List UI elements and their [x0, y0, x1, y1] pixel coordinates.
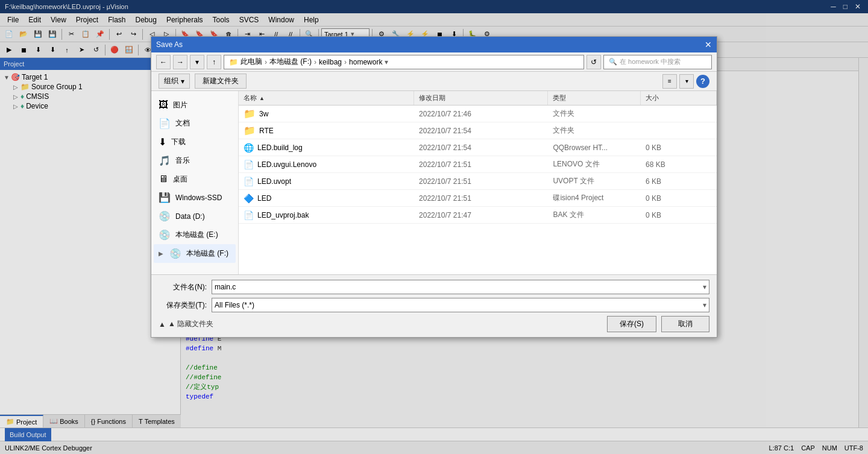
save-dialog-btn[interactable]: 保存(S) [607, 316, 656, 332]
file-row-rte[interactable]: 📁 RTE 2022/10/7 21:54 文件夹 [239, 122, 717, 139]
folder-icon: 📁 [244, 125, 256, 136]
nav-forward-btn[interactable]: → [173, 55, 187, 69]
sidebar-documents[interactable]: 📄 文档 [154, 114, 236, 133]
local-e-icon: 💿 [159, 229, 171, 241]
folder-icon: 📁 [244, 108, 256, 119]
sidebar-local-f[interactable]: ▶ 💿 本地磁盘 (F:) [154, 244, 236, 263]
nav-recent-btn[interactable]: ▾ [190, 55, 204, 69]
breadcrumb-bar: 📁 此电脑 › 本地磁盘 (F:) › keilbag › homework ▾ [224, 55, 584, 69]
sidebar-music[interactable]: 🎵 音乐 [154, 151, 236, 170]
filetype-label: 保存类型(T): [159, 300, 207, 311]
dialog-organize-toolbar: 组织 ▾ 新建文件夹 ≡ ▾ ? [151, 72, 717, 91]
local-f-icon: 💿 [169, 248, 181, 259]
music-icon: 🎵 [159, 155, 171, 166]
filename-row: 文件名(N): main.c ▾ [159, 280, 709, 294]
col-name[interactable]: 名称 ▲ [239, 91, 414, 105]
filename-input[interactable]: main.c ▾ [212, 280, 709, 294]
sidebar-pictures[interactable]: 🖼 图片 [154, 96, 236, 114]
documents-icon: 📄 [159, 118, 171, 129]
pictures-icon: 🖼 [159, 99, 168, 110]
filelist-header: 名称 ▲ 修改日期 类型 大小 [239, 91, 717, 106]
dialog-close-btn[interactable]: ✕ [705, 40, 712, 49]
file-row-led-build-log[interactable]: 🌐 LED.build_log 2022/10/7 21:54 QQBrowse… [239, 139, 717, 156]
sidebar-desktop[interactable]: 🖥 桌面 [154, 170, 236, 188]
desktop-icon: 🖥 [159, 174, 168, 184]
view-list-btn[interactable]: ≡ [662, 74, 677, 89]
dialog-body: 🖼 图片 📄 文档 ⬇ 下载 🎵 音乐 🖥 桌面 [151, 91, 717, 274]
filetype-dropdown[interactable]: All Files (*.*) ▾ [212, 298, 709, 312]
downloads-icon: ⬇ [159, 136, 166, 148]
search-placeholder: 在 homework 中搜索 [620, 57, 681, 66]
dialog-overlay: Save As ✕ ← → ▾ ↑ 📁 此电脑 › 本地磁盘 (F:) › ke… [0, 0, 868, 454]
refresh-btn[interactable]: ↺ [587, 55, 601, 69]
help-btn[interactable]: ? [696, 75, 709, 88]
sidebar-data-d[interactable]: 💿 Data (D:) [154, 207, 236, 225]
dialog-bottom: 文件名(N): main.c ▾ 保存类型(T): All Files (*.*… [151, 274, 717, 337]
file-icon: 📄 [244, 210, 254, 220]
view-dropdown-btn[interactable]: ▾ [679, 74, 694, 89]
hidden-folder-btn[interactable]: ▲ ▲ 隐藏文件夹 [159, 319, 213, 329]
data-d-icon: 💿 [159, 210, 171, 222]
file-icon: 📄 [244, 177, 254, 186]
browser-icon: 🌐 [244, 143, 254, 153]
filetype-row: 保存类型(T): All Files (*.*) ▾ [159, 298, 709, 312]
col-date[interactable]: 修改日期 [414, 91, 548, 105]
dialog-filelist: 名称 ▲ 修改日期 类型 大小 [239, 91, 717, 274]
dialog-title: Save As [156, 40, 183, 49]
dialog-sidebar: 🖼 图片 📄 文档 ⬇ 下载 🎵 音乐 🖥 桌面 [151, 91, 239, 274]
dialog-nav-toolbar: ← → ▾ ↑ 📁 此电脑 › 本地磁盘 (F:) › keilbag › ho… [151, 52, 717, 72]
col-type[interactable]: 类型 [548, 91, 641, 105]
dialog-btn-row: ▲ ▲ 隐藏文件夹 保存(S) 取消 [159, 316, 709, 332]
nav-back-btn[interactable]: ← [156, 55, 171, 69]
windows-ssd-icon: 💾 [159, 192, 171, 203]
expand-arrow: ▶ [159, 250, 163, 257]
filelist-body: 📁 3w 2022/10/7 21:46 文件夹 📁 RTE 2022/10/7… [239, 106, 717, 274]
save-as-dialog: Save As ✕ ← → ▾ ↑ 📁 此电脑 › 本地磁盘 (F:) › ke… [151, 36, 717, 338]
search-box[interactable]: 🔍 在 homework 中搜索 [603, 55, 712, 69]
file-row-led-uvgui[interactable]: 📄 LED.uvgui.Lenovo 2022/10/7 21:51 LENOV… [239, 156, 717, 173]
file-row-led-uvopt[interactable]: 📄 LED.uvopt 2022/10/7 21:51 UVOPT 文件 6 K… [239, 173, 717, 190]
organize-btn[interactable]: 组织 ▾ [159, 74, 190, 89]
filename-label: 文件名(N): [159, 282, 207, 292]
col-size[interactable]: 大小 [641, 91, 717, 105]
project-icon: 🔷 [244, 194, 254, 203]
sidebar-local-e[interactable]: 💿 本地磁盘 (E:) [154, 225, 236, 244]
sidebar-downloads[interactable]: ⬇ 下载 [154, 133, 236, 151]
file-row-3w[interactable]: 📁 3w 2022/10/7 21:46 文件夹 [239, 106, 717, 122]
new-folder-btn[interactable]: 新建文件夹 [195, 74, 247, 89]
nav-up-btn[interactable]: ↑ [207, 55, 221, 69]
file-icon: 📄 [244, 160, 254, 169]
cancel-dialog-btn[interactable]: 取消 [661, 316, 709, 332]
file-row-led-bak[interactable]: 📄 LED_uvproj.bak 2022/10/7 21:47 BAK 文件 … [239, 207, 717, 224]
sidebar-windows-ssd[interactable]: 💾 Windows-SSD [154, 188, 236, 207]
dialog-titlebar: Save As ✕ [151, 37, 717, 52]
file-row-led[interactable]: 🔷 LED 2022/10/7 21:51 碟ision4 Project 0 … [239, 190, 717, 207]
dialog-action-btns: 保存(S) 取消 [607, 316, 709, 332]
